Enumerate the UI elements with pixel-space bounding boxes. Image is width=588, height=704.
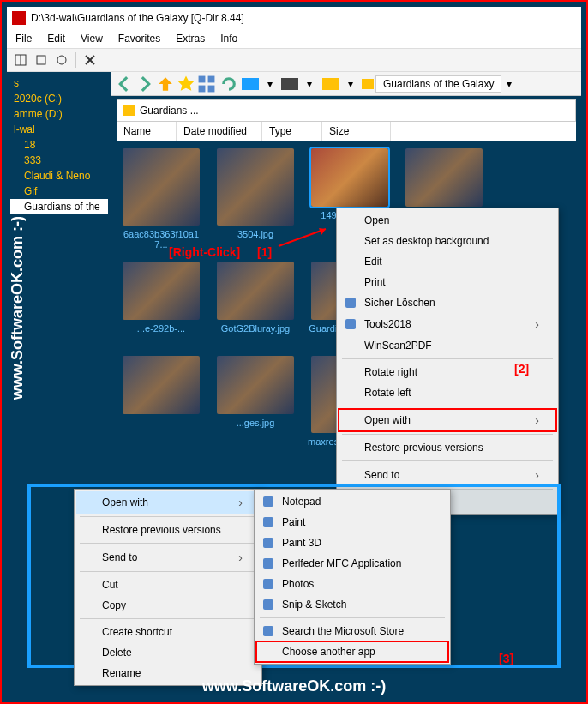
menu-item[interactable]: Restore previous versions: [76, 520, 260, 540]
menu-item[interactable]: Create shortcut: [76, 622, 260, 642]
menu-item[interactable]: Tools2018: [339, 313, 556, 335]
menu-info[interactable]: Info: [220, 33, 237, 45]
dropdown-icon[interactable]: ▾: [507, 78, 512, 90]
tree-item[interactable]: Claudi & Neno: [10, 168, 108, 184]
menu-item[interactable]: Send to: [76, 546, 260, 569]
folder-icon: [362, 79, 374, 89]
menu-edit[interactable]: Edit: [47, 33, 65, 45]
menu-item-label: Restore previous versions: [364, 442, 483, 454]
svg-point-3: [57, 56, 66, 64]
menu-item[interactable]: Paint: [256, 512, 448, 533]
menu-favorites[interactable]: Favorites: [118, 33, 160, 45]
main-toolbar: [7, 48, 581, 72]
forward-icon[interactable]: [135, 75, 154, 93]
notepad-icon: [261, 495, 275, 508]
pathbar: ▾ ▾ ▾ Guardians of the Galaxy ▾: [111, 72, 581, 96]
dropdown-icon[interactable]: ▾: [300, 75, 319, 93]
menu-item[interactable]: Perlfeder MFC Application: [256, 553, 448, 574]
col-date[interactable]: Date modified: [177, 122, 262, 141]
menu-item[interactable]: Print: [339, 272, 556, 292]
tool-icon[interactable]: [53, 51, 70, 69]
tree-item[interactable]: 333: [10, 153, 108, 168]
svg-rect-13: [345, 319, 356, 329]
menu-item[interactable]: Open: [339, 210, 556, 231]
tree-item[interactable]: amme (D:): [10, 106, 108, 122]
menu-item[interactable]: Photos: [256, 574, 448, 594]
watermark: www.SoftwareOK.com :-): [202, 677, 386, 695]
layout-icon[interactable]: [12, 51, 29, 69]
annotation-rightclick: [Right-Click]: [169, 245, 240, 259]
col-name[interactable]: Name: [117, 122, 177, 141]
star-icon[interactable]: [177, 75, 195, 93]
breadcrumb[interactable]: Guardians ...: [117, 99, 576, 122]
col-type[interactable]: Type: [262, 122, 322, 141]
thumbnail[interactable]: ...ges.jpg: [213, 356, 298, 460]
menu-item[interactable]: Open with: [339, 409, 556, 431]
breadcrumb-segment[interactable]: Guardians of the Galaxy: [375, 75, 501, 93]
menu-item[interactable]: Delete: [76, 642, 260, 663]
menu-item[interactable]: Open with: [76, 491, 260, 514]
menu-item[interactable]: Search the Microsoft Store: [256, 621, 448, 641]
color-yellow[interactable]: [322, 78, 339, 90]
svg-rect-14: [263, 496, 273, 507]
thumbnail-label: ...ges.jpg: [213, 418, 298, 442]
menu-item-label: Print: [364, 276, 386, 288]
refresh-icon[interactable]: [219, 75, 238, 93]
tree-item[interactable]: l-wal: [10, 122, 108, 137]
menu-item[interactable]: Copy: [76, 595, 260, 616]
svg-rect-12: [345, 298, 356, 308]
thumbnail[interactable]: [118, 356, 204, 460]
menu-extras[interactable]: Extras: [176, 33, 205, 45]
thumbnail[interactable]: GotG2Bluray.jpg: [213, 262, 298, 347]
close-icon[interactable]: [81, 51, 99, 69]
menu-item[interactable]: Set as desktop background: [339, 231, 556, 251]
col-size[interactable]: Size: [322, 122, 391, 141]
menu-item[interactable]: WinScan2PDF: [339, 335, 556, 356]
menu-item-label: Edit: [364, 256, 382, 268]
gear-icon: [344, 317, 357, 331]
tree-item[interactable]: 2020c (C:): [10, 91, 108, 106]
menu-item-label: Rotate right: [364, 366, 417, 378]
arrow-icon: [274, 225, 334, 250]
svg-rect-8: [199, 85, 206, 92]
dropdown-icon[interactable]: ▾: [261, 75, 279, 93]
back-icon[interactable]: [115, 75, 134, 93]
menu-view[interactable]: View: [81, 33, 103, 45]
menu-item[interactable]: Choose another app: [256, 641, 448, 662]
menu-item[interactable]: Restore previous versions: [339, 437, 556, 458]
tree-item[interactable]: s: [10, 75, 108, 91]
thumbnail[interactable]: ...e-292b-...: [118, 262, 204, 347]
thumbnail[interactable]: 6aac83b363f10a17...: [118, 148, 204, 253]
menu-item[interactable]: Edit: [339, 251, 556, 272]
menu-item[interactable]: Paint 3D: [256, 533, 448, 553]
menu-item-label: Rotate left: [364, 387, 411, 399]
menu-item[interactable]: Cut: [76, 575, 260, 595]
menu-item-label: Search the Microsoft Store: [282, 625, 404, 637]
color-blue[interactable]: [242, 78, 259, 90]
tree-item[interactable]: 18: [10, 137, 108, 153]
photos-icon: [261, 577, 275, 591]
color-dark[interactable]: [281, 78, 298, 90]
menu-item-label: Set as desktop background: [364, 235, 489, 247]
dropdown-icon[interactable]: ▾: [341, 75, 360, 93]
view-icon[interactable]: [197, 75, 216, 93]
svg-rect-7: [208, 75, 215, 82]
menu-item[interactable]: Rotate left: [339, 382, 556, 403]
thumbnail-image: [405, 148, 483, 207]
tree-item[interactable]: Guardians of the: [10, 199, 108, 214]
menu-item[interactable]: Notepad: [256, 491, 448, 512]
tree-item[interactable]: Gif: [10, 184, 108, 199]
up-icon[interactable]: [156, 75, 175, 93]
thumbnail-image: [217, 356, 294, 414]
menu-file[interactable]: File: [15, 33, 32, 45]
thumbnail-image: [123, 262, 200, 320]
column-headers: Name Date modified Type Size: [117, 122, 576, 141]
menu-item[interactable]: Sicher Löschen: [339, 292, 556, 313]
menu-item-label: Cut: [102, 579, 118, 591]
thumbnail-image: [311, 148, 388, 207]
menu-item-label: Send to: [102, 551, 137, 563]
tool-icon[interactable]: [33, 51, 50, 69]
menu-item[interactable]: Snip & Sketch: [256, 594, 448, 615]
svg-rect-9: [208, 85, 215, 92]
menu-item-label: Paint: [282, 516, 305, 528]
